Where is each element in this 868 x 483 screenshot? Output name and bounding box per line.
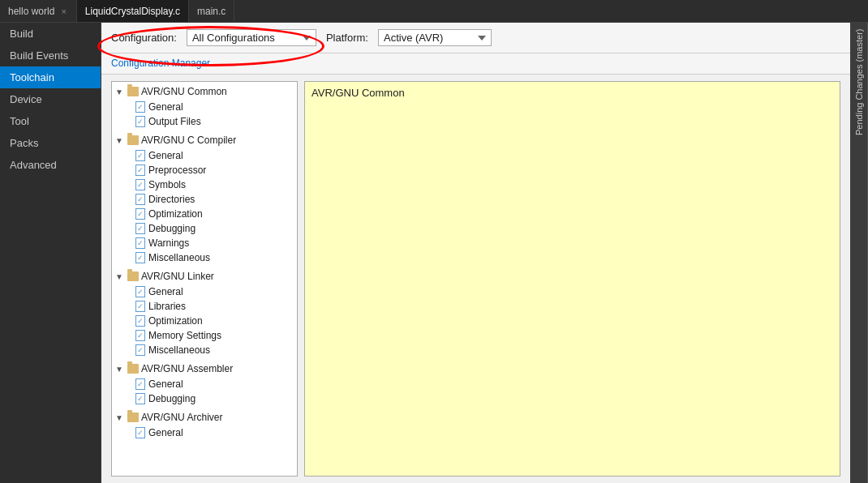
tree-child-preprocessor[interactable]: Preprocessor <box>112 163 297 177</box>
tree-child-general-4[interactable]: General <box>112 377 297 391</box>
tab-label: LiquidCrystalDisplay.c <box>85 6 180 17</box>
tree-parent-avr-gnu-common[interactable]: ▼ AVR/GNU Common <box>112 83 297 100</box>
tab-liquid-crystal[interactable]: LiquidCrystalDisplay.c <box>77 0 189 22</box>
doc-icon <box>135 344 146 356</box>
sidebar: Build Build Events Toolchain Device Tool… <box>0 23 101 483</box>
sidebar-item-toolchain[interactable]: Toolchain <box>0 66 101 88</box>
expand-icon: ▼ <box>115 413 125 422</box>
tree-section-avr-gnu-archiver: ▼ AVR/GNU Archiver General <box>112 408 297 442</box>
tree-label: General <box>148 150 183 161</box>
folder-icon <box>127 86 139 97</box>
tree-child-output-files[interactable]: Output Files <box>112 114 297 129</box>
tree-label: Symbols <box>148 179 186 190</box>
tree-child-symbols[interactable]: Symbols <box>112 177 297 192</box>
tree-child-miscellaneous-1[interactable]: Miscellaneous <box>112 250 297 265</box>
sidebar-item-advanced[interactable]: Advanced <box>0 154 101 176</box>
tree-label: Debugging <box>148 393 196 404</box>
sidebar-item-build[interactable]: Build <box>0 23 101 45</box>
tree-child-debugging-1[interactable]: Debugging <box>112 221 297 236</box>
tree-label: Debugging <box>148 223 196 234</box>
expand-icon: ▼ <box>115 272 125 281</box>
tree-section-avr-gnu-c-compiler: ▼ AVR/GNU C Compiler General Preprocesso… <box>112 130 297 267</box>
sidebar-item-build-events[interactable]: Build Events <box>0 45 101 66</box>
tree-section-avr-gnu-assembler: ▼ AVR/GNU Assembler General Debugging <box>112 359 297 408</box>
tree-child-miscellaneous-2[interactable]: Miscellaneous <box>112 343 297 357</box>
tab-label: hello world <box>8 6 54 17</box>
tree-parent-avr-gnu-archiver[interactable]: ▼ AVR/GNU Archiver <box>112 409 297 425</box>
doc-icon <box>135 286 146 297</box>
config-bar: Configuration: All Configurations Debug … <box>101 23 850 53</box>
sidebar-item-tool[interactable]: Tool <box>0 110 101 132</box>
tree-label: Preprocessor <box>148 165 206 176</box>
tree-parent-avr-gnu-linker[interactable]: ▼ AVR/GNU Linker <box>112 268 297 284</box>
tree-child-optimization-1[interactable]: Optimization <box>112 207 297 221</box>
content-panel: Configuration: All Configurations Debug … <box>101 23 850 483</box>
doc-icon <box>135 301 146 312</box>
tree-parent-avr-gnu-c-compiler[interactable]: ▼ AVR/GNU C Compiler <box>112 132 297 148</box>
tab-hello-world[interactable]: hello world × <box>0 0 77 22</box>
tree-label: Optimization <box>148 208 203 220</box>
tree-child-directories[interactable]: Directories <box>112 192 297 207</box>
configuration-select[interactable]: All Configurations Debug Release <box>187 29 316 46</box>
detail-selected-label: AVR/GNU Common <box>312 87 405 99</box>
tree-parent-avr-gnu-assembler[interactable]: ▼ AVR/GNU Assembler <box>112 361 297 377</box>
doc-icon <box>135 101 146 113</box>
doc-icon <box>135 179 146 190</box>
tree-label: Warnings <box>148 237 189 249</box>
tree-child-libraries[interactable]: Libraries <box>112 299 297 314</box>
config-manager-bar: Configuration Manager... <box>101 53 850 75</box>
tree-label: Optimization <box>148 315 203 327</box>
config-manager-link[interactable]: Configuration Manager... <box>111 58 217 69</box>
tab-main-c[interactable]: main.c <box>189 0 234 22</box>
tree-label: Memory Settings <box>148 330 221 341</box>
tree-child-general-5[interactable]: General <box>112 425 297 440</box>
tab-close-hello-world[interactable]: × <box>59 6 67 17</box>
tree-detail-area: ▼ AVR/GNU Common General Output Files <box>101 75 850 483</box>
platform-label: Platform: <box>326 32 368 44</box>
tab-bar: hello world × LiquidCrystalDisplay.c mai… <box>0 0 868 23</box>
tree-label: Libraries <box>148 301 186 312</box>
tree-section-avr-gnu-linker: ▼ AVR/GNU Linker General Libraries <box>112 267 297 359</box>
tree-child-general-2[interactable]: General <box>112 148 297 163</box>
tree-child-general-1[interactable]: General <box>112 100 297 114</box>
tree-panel: ▼ AVR/GNU Common General Output Files <box>111 81 298 477</box>
doc-icon <box>135 208 146 220</box>
doc-icon <box>135 427 146 438</box>
tree-section-avr-gnu-common: ▼ AVR/GNU Common General Output Files <box>112 82 297 130</box>
pending-label: Pending Changes (master) <box>854 29 864 135</box>
sidebar-item-packs[interactable]: Packs <box>0 132 101 154</box>
folder-icon <box>127 412 139 423</box>
expand-icon: ▼ <box>115 88 125 96</box>
tree-label: General <box>148 427 183 438</box>
tree-label: Miscellaneous <box>148 252 210 263</box>
tree-label: General <box>148 286 183 297</box>
doc-icon <box>135 378 146 390</box>
tree-label: Miscellaneous <box>148 344 210 356</box>
doc-icon <box>135 116 146 127</box>
tree-child-memory-settings[interactable]: Memory Settings <box>112 328 297 343</box>
expand-icon: ▼ <box>115 136 125 145</box>
tree-label: Directories <box>148 194 195 205</box>
configuration-label: Configuration: <box>111 32 177 44</box>
tree-label: General <box>148 101 183 113</box>
detail-panel: AVR/GNU Common <box>304 81 840 477</box>
tree-child-warnings[interactable]: Warnings <box>112 236 297 250</box>
doc-icon <box>135 194 146 205</box>
tab-label: main.c <box>197 6 226 17</box>
tree-label: AVR/GNU C Compiler <box>141 135 236 146</box>
tree-child-debugging-2[interactable]: Debugging <box>112 391 297 406</box>
main-area: Build Build Events Toolchain Device Tool… <box>0 23 868 483</box>
doc-icon <box>135 150 146 161</box>
doc-icon <box>135 393 146 404</box>
tree-label: AVR/GNU Linker <box>141 271 214 282</box>
folder-icon <box>127 135 139 146</box>
tree-label: AVR/GNU Assembler <box>141 363 233 374</box>
doc-icon <box>135 315 146 327</box>
tree-child-optimization-2[interactable]: Optimization <box>112 314 297 328</box>
doc-icon <box>135 252 146 263</box>
doc-icon <box>135 165 146 176</box>
platform-select[interactable]: Active (AVR) AVR <box>378 29 492 46</box>
tree-label: AVR/GNU Archiver <box>141 412 222 423</box>
sidebar-item-device[interactable]: Device <box>0 88 101 110</box>
tree-child-general-3[interactable]: General <box>112 284 297 299</box>
